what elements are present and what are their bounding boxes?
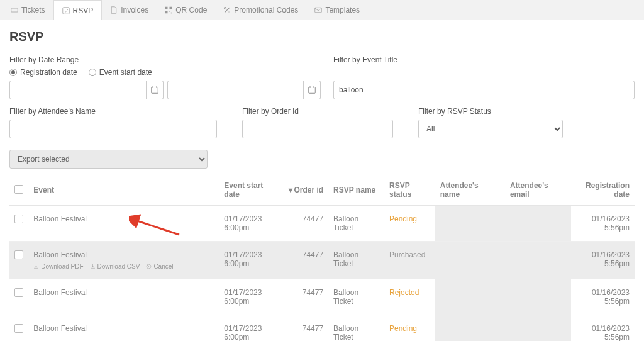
col-rsvp-status[interactable]: RSVP status: [384, 175, 435, 206]
rsvp-status: Purchased: [389, 250, 425, 259]
svg-rect-15: [309, 87, 316, 94]
percent-icon: [223, 6, 231, 14]
order-id: 74477: [284, 206, 328, 242]
attendee-email-cell: [505, 206, 571, 242]
tab-templates[interactable]: Templates: [306, 0, 368, 20]
file-icon: [110, 6, 118, 14]
event-start-date: 01/17/2023 6:00pm: [219, 206, 284, 242]
tab-tickets[interactable]: Tickets: [3, 0, 53, 20]
rsvp-name: Balloon Ticket: [328, 315, 384, 342]
tab-promotional-codes[interactable]: Promotional Codes: [215, 0, 306, 20]
svg-rect-2: [165, 6, 168, 9]
registration-date: 01/16/2023 5:56pm: [571, 279, 635, 315]
event-title-input[interactable]: [333, 81, 635, 99]
table-row: Balloon FestivalDownload PDFDownload CSV…: [9, 242, 635, 279]
row-checkbox[interactable]: [14, 250, 23, 259]
col-attendee-email[interactable]: Attendee's email: [505, 175, 571, 206]
cancel-action[interactable]: Cancel: [146, 263, 173, 270]
attendee-email-cell: [505, 279, 571, 315]
attendee-name-input[interactable]: [9, 120, 217, 138]
attendee-email-cell: [505, 242, 571, 279]
calendar-icon[interactable]: [304, 81, 321, 99]
radio-event-start-label: Event start date: [99, 68, 152, 77]
date-to-input[interactable]: [167, 81, 304, 99]
radio-registration-label: Registration date: [20, 68, 77, 77]
event-name: Balloon Festival: [33, 288, 87, 297]
svg-point-8: [225, 7, 226, 9]
date-from-input[interactable]: [9, 81, 147, 99]
registration-date: 01/16/2023 5:56pm: [571, 206, 635, 242]
col-attendee-name[interactable]: Attendee's name: [435, 175, 505, 206]
rsvp-status-select[interactable]: All: [418, 120, 563, 138]
tab-qr-code[interactable]: QR Code: [157, 0, 215, 20]
col-event-start[interactable]: Event start date: [219, 175, 284, 206]
col-rsvp-name[interactable]: RSVP name: [328, 175, 384, 206]
order-id-input[interactable]: [242, 120, 393, 138]
table-row: Balloon Festival01/17/2023 6:00pm74477Ba…: [9, 279, 635, 315]
download-csv-action[interactable]: Download CSV: [90, 263, 140, 270]
rsvp-name: Balloon Ticket: [328, 279, 384, 315]
row-checkbox[interactable]: [14, 288, 23, 297]
select-all-checkbox[interactable]: [14, 185, 23, 194]
order-id: 74477: [284, 279, 328, 315]
svg-point-9: [228, 11, 230, 13]
sort-desc-icon: ▾: [289, 186, 292, 194]
filter-event-title-label: Filter by Event Title: [333, 55, 635, 64]
filter-order-id-label: Filter by Order Id: [242, 107, 393, 116]
filter-attendee-name-label: Filter by Attendee's Name: [9, 107, 217, 116]
ticket-icon: [11, 6, 18, 14]
tabs-bar: TicketsRSVPInvoicesQR CodePromotional Co…: [0, 0, 644, 20]
event-name: Balloon Festival: [33, 250, 87, 259]
rsvp-table: Event Event start date ▾Order id RSVP na…: [9, 175, 635, 341]
col-order-id[interactable]: ▾Order id: [284, 175, 328, 206]
table-row: Balloon Festival01/17/2023 6:00pm74477Ba…: [9, 206, 635, 242]
svg-line-7: [225, 8, 230, 13]
attendee-email-cell: [505, 315, 571, 342]
radio-event-start-date[interactable]: Event start date: [89, 68, 152, 77]
mail-icon: [314, 6, 322, 14]
rsvp-name: Balloon Ticket: [328, 206, 384, 242]
check-square-icon: [62, 7, 70, 14]
rsvp-status: Rejected: [389, 288, 419, 297]
page-content: RSVP Filter by Date Range Registration d…: [0, 20, 644, 341]
page-title: RSVP: [9, 30, 635, 44]
rsvp-status: Pending: [389, 215, 417, 223]
row-checkbox[interactable]: [14, 324, 23, 333]
svg-rect-5: [170, 11, 171, 12]
rsvp-name: Balloon Ticket: [328, 242, 384, 279]
registration-date: 01/16/2023 5:56pm: [571, 315, 635, 342]
radio-registration-date[interactable]: Registration date: [9, 68, 77, 77]
svg-line-20: [148, 265, 151, 268]
filter-date-range-label: Filter by Date Range: [9, 55, 321, 64]
event-start-date: 01/17/2023 6:00pm: [219, 242, 284, 279]
svg-rect-11: [151, 87, 158, 94]
tab-rsvp[interactable]: RSVP: [53, 0, 103, 20]
filter-rsvp-status-label: Filter by RSVP Status: [418, 107, 563, 116]
calendar-icon[interactable]: [147, 81, 164, 99]
svg-rect-10: [315, 8, 322, 13]
event-start-date: 01/17/2023 6:00pm: [219, 315, 284, 342]
attendee-name-cell: [435, 206, 505, 242]
order-id: 74477: [284, 242, 328, 279]
registration-date: 01/16/2023 5:56pm: [571, 242, 635, 279]
event-name: Balloon Festival: [33, 215, 87, 223]
table-row: Balloon Festival01/17/2023 6:00pm74477Ba…: [9, 315, 635, 342]
col-registration-date[interactable]: Registration date: [571, 175, 635, 206]
event-name: Balloon Festival: [33, 324, 87, 333]
svg-rect-6: [171, 12, 172, 13]
tab-invoices[interactable]: Invoices: [102, 0, 157, 20]
order-id: 74477: [284, 315, 328, 342]
svg-rect-0: [11, 8, 18, 12]
svg-rect-1: [62, 7, 69, 14]
qr-icon: [165, 6, 172, 14]
radio-dot-icon: [89, 69, 96, 76]
event-start-date: 01/17/2023 6:00pm: [219, 279, 284, 315]
col-event[interactable]: Event: [28, 175, 219, 206]
attendee-name-cell: [435, 242, 505, 279]
export-selected-dropdown[interactable]: Export selected: [9, 150, 208, 169]
svg-rect-4: [165, 11, 168, 13]
radio-dot-icon: [9, 69, 17, 76]
download-pdf-action[interactable]: Download PDF: [33, 263, 83, 270]
row-checkbox[interactable]: [14, 215, 23, 223]
rsvp-status: Pending: [389, 324, 417, 333]
